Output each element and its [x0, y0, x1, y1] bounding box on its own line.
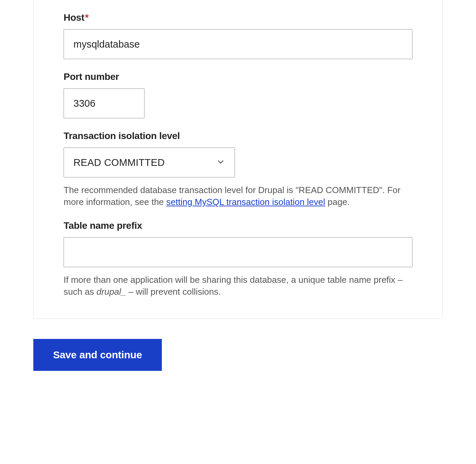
isolation-field-group: Transaction isolation level READ COMMITT…: [64, 118, 412, 208]
isolation-label: Transaction isolation level: [64, 131, 412, 141]
prefix-field-group: Table name prefix If more than one appli…: [64, 208, 412, 298]
host-label: Host*: [64, 12, 412, 23]
required-indicator: *: [85, 12, 89, 23]
isolation-select[interactable]: READ COMMITTED: [64, 148, 235, 177]
prefix-help-after: – will prevent collisions.: [126, 287, 221, 297]
prefix-input[interactable]: [64, 237, 412, 267]
prefix-label: Table name prefix: [64, 220, 412, 231]
prefix-help-example: drupal_: [97, 287, 126, 297]
isolation-help-after: page.: [325, 197, 350, 207]
form-actions: Save and continue: [33, 339, 443, 371]
host-input[interactable]: [64, 29, 412, 59]
port-label: Port number: [64, 71, 412, 82]
advanced-options-panel: Host* Port number Transaction isolation …: [33, 0, 443, 319]
isolation-help-link[interactable]: setting MySQL transaction isolation leve…: [166, 197, 325, 207]
save-continue-button[interactable]: Save and continue: [33, 339, 162, 371]
port-field-group: Port number: [64, 59, 412, 118]
isolation-help-text: The recommended database transaction lev…: [64, 184, 412, 208]
port-input[interactable]: [64, 88, 144, 118]
host-field-group: Host*: [64, 0, 412, 59]
host-label-text: Host: [64, 12, 84, 23]
isolation-select-wrapper: READ COMMITTED: [64, 148, 235, 177]
prefix-help-text: If more than one application will be sha…: [64, 274, 412, 298]
